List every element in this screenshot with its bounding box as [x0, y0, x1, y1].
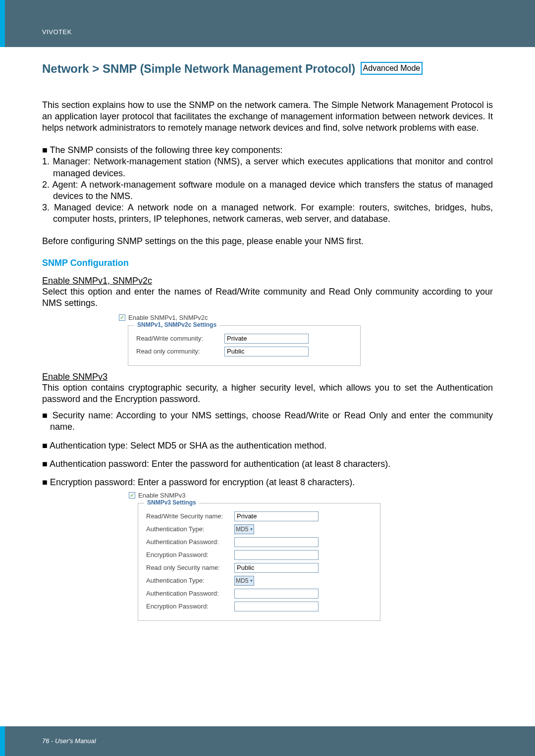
brand-label: VIVOTEK — [5, 0, 535, 36]
auth-type-value-1: MD5 — [236, 526, 248, 533]
enable-v1v2c-head: Enable SNMPv1, SNMPv2c — [42, 276, 493, 286]
chevron-down-icon: ▾ — [250, 578, 253, 583]
ro-security-row: Read only Security name: — [146, 563, 372, 573]
advanced-mode-badge: Advanced Mode — [361, 62, 423, 75]
v3-fieldset: SNMPv3 Settings Read/Write Security name… — [138, 503, 380, 621]
snmp-config-title: SNMP Configuration — [42, 258, 493, 268]
pre-config-note: Before configuring SNMP settings on the … — [42, 236, 493, 247]
enable-v1v2c-label: Enable SNMPv1, SNMPv2c — [128, 314, 208, 321]
enc-pw-input-2[interactable] — [234, 602, 319, 611]
component-1: 1. Manager: Network-management station (… — [42, 156, 493, 179]
auth-type-label-2: Authentication Type: — [146, 577, 230, 584]
enc-pw-row-2: Encryption Password: — [146, 602, 372, 611]
footer-page-number: 76 - User's Manual — [5, 726, 535, 745]
enable-v3-head: Enable SNMPv3 — [42, 372, 493, 382]
v1v2c-form: ✓ Enable SNMPv1, SNMPv2c SNMPv1, SNMPv2c… — [119, 314, 493, 366]
enc-pw-input-1[interactable] — [234, 550, 319, 560]
auth-type-label-1: Authentication Type: — [146, 525, 230, 533]
rw-community-label: Read/Write community: — [136, 335, 220, 342]
v3-form: ✓ Enable SNMPv3 SNMPv3 Settings Read/Wri… — [129, 492, 493, 621]
heading-sub: (Simple Network Management Protocol) — [140, 62, 356, 75]
ro-community-input[interactable] — [224, 347, 309, 356]
v3-bullet-2: ■ Authentication type: Select MD5 or SHA… — [42, 440, 493, 452]
v1v2c-legend: SNMPv1, SNMPv2c Settings — [134, 321, 219, 328]
auth-pw-label-1: Authentication Password: — [146, 538, 230, 546]
enable-v3-desc: This option contains cryptographic secur… — [42, 382, 493, 405]
v3-legend: SNMPv3 Settings — [144, 499, 199, 506]
component-3: 3. Managed device: A network node on a m… — [42, 202, 493, 225]
checkbox-checked-icon[interactable]: ✓ — [119, 314, 125, 321]
enable-v1v2c-desc: Select this option and enter the names o… — [42, 286, 493, 309]
ro-community-label: Read only community: — [136, 348, 220, 355]
auth-pw-row-2: Authentication Password: — [146, 589, 372, 599]
enable-v3-label: Enable SNMPv3 — [138, 492, 185, 499]
auth-pw-input-1[interactable] — [234, 537, 319, 547]
auth-type-row-2: Authentication Type: MD5 ▾ — [146, 576, 372, 586]
page-content: Network > SNMP (Simple Network Managemen… — [0, 47, 535, 621]
enable-v1v2c-row[interactable]: ✓ Enable SNMPv1, SNMPv2c — [119, 314, 493, 321]
checkbox-checked-icon[interactable]: ✓ — [129, 492, 135, 499]
ro-security-label: Read only Security name: — [146, 564, 230, 571]
auth-type-value-2: MD5 — [236, 577, 248, 584]
header-band: VIVOTEK — [0, 0, 535, 47]
auth-pw-label-2: Authentication Password: — [146, 590, 230, 597]
enc-pw-label-2: Encryption Password: — [146, 603, 230, 610]
enable-v3-row[interactable]: ✓ Enable SNMPv3 — [129, 492, 493, 499]
components-lead: ■ The SNMP consists of the following thr… — [42, 145, 493, 156]
v3-bullet-1: ■ Security name: According to your NMS s… — [42, 410, 493, 433]
rw-community-input[interactable] — [224, 334, 309, 344]
rw-security-label: Read/Write Security name: — [146, 512, 230, 520]
auth-type-select-2[interactable]: MD5 ▾ — [234, 576, 254, 586]
rw-security-row: Read/Write Security name: — [146, 511, 372, 521]
v3-bullet-4: ■ Encryption password: Enter a password … — [42, 477, 493, 488]
heading-main: Network > SNMP — [42, 62, 140, 75]
auth-pw-row-1: Authentication Password: — [146, 537, 372, 547]
footer-band: 76 - User's Manual — [0, 726, 535, 756]
auth-pw-input-2[interactable] — [234, 589, 319, 599]
rw-community-row: Read/Write community: — [136, 334, 352, 344]
auth-type-row-1: Authentication Type: MD5 ▾ — [146, 524, 372, 534]
rw-security-input[interactable] — [234, 511, 319, 521]
intro-paragraph: This section explains how to use the SNM… — [42, 100, 493, 134]
v3-bullet-3: ■ Authentication password: Enter the pas… — [42, 458, 493, 470]
enc-pw-label-1: Encryption Password: — [146, 551, 230, 558]
ro-security-input[interactable] — [234, 563, 319, 573]
page-heading: Network > SNMP (Simple Network Managemen… — [42, 62, 493, 76]
v1v2c-fieldset: SNMPv1, SNMPv2c Settings Read/Write comm… — [128, 325, 361, 366]
component-2: 2. Agent: A network-management software … — [42, 179, 493, 202]
chevron-down-icon: ▾ — [250, 526, 253, 532]
auth-type-select-1[interactable]: MD5 ▾ — [234, 524, 254, 534]
enc-pw-row-1: Encryption Password: — [146, 550, 372, 560]
ro-community-row: Read only community: — [136, 347, 352, 356]
